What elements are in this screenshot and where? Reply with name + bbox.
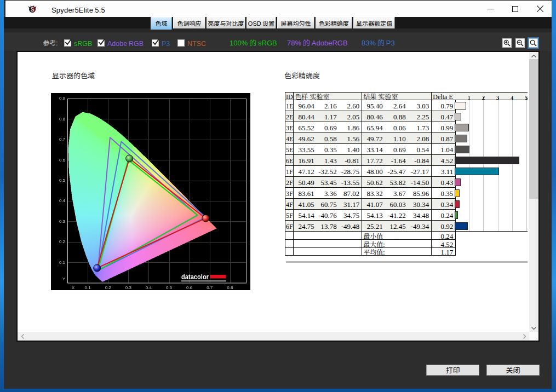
coverage-adobergb: 78% 的 AdobeRGB — [287, 37, 348, 48]
minimize-button[interactable] — [478, 1, 503, 17]
coverage-p3: 83% 的 P3 — [362, 37, 395, 48]
delta-e-bar-3F — [455, 189, 460, 197]
delta-e-bar-3E — [455, 124, 469, 131]
table-row-6E: 6E16.911.43-0.8117.72-1.64-0.844.52 — [285, 155, 456, 166]
tab-screen-uniformity[interactable]: 屏幕均匀性 — [277, 17, 314, 28]
app-window: S Spyder5Elite 5.5 色域 色调响应 亮度与对比度 OSD 设置… — [4, 0, 552, 389]
print-button[interactable]: 打印 — [426, 365, 479, 376]
checkbox-adobergb-box — [98, 39, 105, 47]
summary-row: 最小值0.24 — [285, 232, 456, 240]
checkbox-p3[interactable]: P3 — [152, 38, 170, 48]
table-row-5E: 5E33.550.351.4033.140.690.541.04 — [285, 144, 456, 155]
checkbox-srgb-label: sRGB — [74, 38, 92, 48]
content-frame: 显示器的色域 色彩精确度 0.10.20.30.40.50.60.70.80.1… — [16, 51, 540, 342]
table-row-1F: 1F47.12-32.52-28.7548.00-25.47-27.173.11 — [285, 166, 456, 177]
table-row-6F: 6F24.7513.78-49.4825.2112.45-49.340.92 — [285, 221, 456, 232]
table-row-2E: 2E80.441.172.0580.460.882.250.47 — [285, 111, 456, 122]
maximize-button[interactable] — [503, 1, 528, 17]
axis-gridline — [483, 100, 484, 231]
cie-x-tick-label: 0.8 — [227, 285, 233, 290]
cie-y-tick-label: 0.9 — [59, 96, 66, 101]
zoom-fit-button[interactable] — [529, 38, 538, 48]
delta-e-bar-4E — [455, 135, 467, 142]
cie-x-tick-label: 0.1 — [85, 285, 91, 290]
checkbox-ntsc[interactable]: NTSC — [177, 38, 206, 48]
cie-y-tick-label: 0.6 — [59, 158, 66, 163]
desktop-background: { "window": { "title": "Spyder5Elite 5.5… — [0, 0, 556, 392]
table-row-3E: 3E65.520.691.8665.940.061.730.99 — [285, 122, 456, 133]
tab-display-rating[interactable]: 显示器额定值 — [353, 17, 395, 28]
scroll-up-arrow[interactable] — [529, 52, 538, 60]
primary-marker-red — [202, 215, 209, 222]
tab-strip: 色域 色调响应 亮度与对比度 OSD 设置 屏幕均匀性 色彩精确度 显示器额定值 — [4, 17, 552, 32]
datacolor-logo-bar — [210, 275, 226, 279]
delta-e-bar-5F — [455, 211, 458, 219]
delta-e-bar-2E — [455, 113, 461, 120]
col-header-delta-e: Delta E — [432, 93, 456, 100]
cie-x-tick-label: 0.7 — [207, 285, 213, 290]
tab-brightness-contrast[interactable]: 亮度与对比度 — [207, 17, 245, 28]
cie-x-tick-label: 0.4 — [146, 285, 152, 290]
cie-x-tick-label: 0.2 — [105, 285, 112, 290]
table-row-4F: 4F41.0560.7531.1741.0760.0330.340.34 — [285, 199, 456, 210]
tab-bar: 色域 色调响应 亮度与对比度 OSD 设置 屏幕均匀性 色彩精确度 显示器额定值 — [151, 17, 395, 30]
zoom-in-button[interactable] — [502, 38, 512, 48]
tab-gamut[interactable]: 色域 — [151, 17, 172, 30]
delta-e-bar-1F — [455, 168, 499, 175]
axis-gridline — [498, 100, 498, 231]
title-bar: S Spyder5Elite 5.5 — [5, 1, 552, 17]
cie-y-tick-label: 0.5 — [59, 178, 66, 183]
checkbox-adobergb-label: Adobe RGB — [107, 38, 144, 48]
axis-gridline — [512, 100, 513, 231]
delta-e-bar-5E — [455, 146, 469, 153]
close-button[interactable] — [528, 1, 552, 17]
checkbox-srgb[interactable]: sRGB — [64, 38, 92, 48]
axis-gridline — [469, 100, 469, 231]
color-accuracy-table: ID色样 实验室结果 实验室Delta E1E96.042.162.6095.4… — [285, 92, 456, 256]
table-row-5F: 5F54.14-40.7634.7554.13-41.2234.480.24 — [285, 210, 456, 221]
scroll-right-arrow[interactable] — [520, 332, 528, 341]
coverage-srgb: 100% 的 sRGB — [230, 37, 277, 48]
scroll-down-arrow[interactable] — [529, 324, 538, 332]
datacolor-logo: datacolor — [181, 273, 209, 281]
delta-e-bar-1E — [455, 102, 466, 109]
checkbox-srgb-box — [64, 39, 71, 47]
primary-marker-green — [126, 155, 133, 162]
tab-tone-response[interactable]: 色调响应 — [173, 17, 205, 28]
datacolor-logo-underline — [181, 281, 226, 282]
col-header-sample-lab: 色样 实验室 — [294, 93, 362, 100]
zoom-out-button[interactable] — [515, 38, 525, 48]
delta-e-bar-6F — [455, 222, 468, 230]
cie-chromaticity-diagram: 0.10.20.30.40.50.60.70.80.10.20.30.40.50… — [51, 93, 250, 290]
cie-x-tick-label: 0.6 — [186, 285, 193, 290]
cie-y-tick-label: 0.8 — [59, 117, 66, 122]
cie-y-tick-label: 0.2 — [59, 239, 66, 244]
axis-gridline — [526, 100, 527, 231]
app-spyder-icon: S — [27, 4, 37, 14]
col-header-result-lab: 结果 实验室 — [362, 93, 432, 100]
summary-row: 最大值:4.52 — [285, 240, 456, 248]
table-row-2F: 2F50.4953.45-13.5550.6253.82-14.500.43 — [285, 177, 456, 188]
report-canvas: 显示器的色域 色彩精确度 0.10.20.30.40.50.60.70.80.1… — [18, 52, 529, 332]
gamut-triangle-Display — [97, 158, 205, 268]
cie-overlay: 0.10.20.30.40.50.60.70.80.10.20.30.40.50… — [51, 93, 250, 290]
cie-y-tick-label: 0.3 — [59, 219, 66, 224]
cie-y-tick-label: 0.4 — [59, 198, 66, 203]
cie-x-axis-label: X — [72, 285, 75, 290]
delta-e-bar-chart: 12345 — [455, 92, 528, 232]
tab-osd-settings[interactable]: OSD 设置 — [247, 17, 276, 28]
close-dialog-button[interactable]: 关闭 — [486, 365, 540, 376]
vertical-scroll-thumb[interactable] — [529, 59, 538, 199]
tab-color-accuracy[interactable]: 色彩精确度 — [316, 17, 352, 28]
scroll-left-arrow[interactable] — [19, 332, 26, 341]
checkbox-p3-label: P3 — [162, 38, 170, 48]
table-row-1E: 1E96.042.162.6095.402.643.030.79 — [285, 100, 456, 111]
vertical-scrollbar[interactable] — [529, 52, 538, 332]
cie-axis-frame — [68, 99, 247, 284]
svg-text:S: S — [31, 7, 35, 13]
cie-x-tick-label: 0.3 — [125, 285, 132, 290]
horizontal-scrollbar[interactable] — [18, 332, 529, 341]
cie-y-tick-label: 0.7 — [59, 137, 66, 142]
checkbox-adobergb[interactable]: Adobe RGB — [98, 38, 144, 48]
bar-area-bottom-border — [455, 231, 528, 232]
